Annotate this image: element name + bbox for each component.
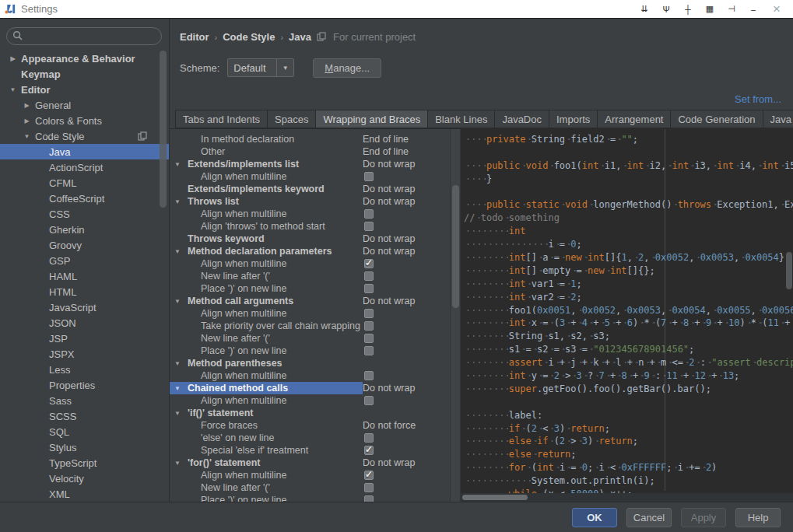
- tab-javadoc[interactable]: JavaDoc: [494, 110, 549, 128]
- checkbox-unchecked[interactable]: ✓: [364, 271, 374, 281]
- sidebar-item-less[interactable]: Less: [0, 362, 169, 377]
- checkbox-checked[interactable]: ✓: [364, 471, 374, 480]
- settings-row-align-when-multiline[interactable]: Align when multiline✓: [170, 469, 450, 481]
- sidebar-item-code-style[interactable]: ▼Code Style: [0, 128, 169, 144]
- settings-row-value[interactable]: Do not wrap: [363, 184, 415, 194]
- chevron-down-icon[interactable]: ▼: [276, 59, 293, 76]
- sidebar-item-colors-fonts[interactable]: ▶Colors & Fonts: [0, 113, 169, 128]
- sidebar-item-editor[interactable]: ▼Editor: [0, 82, 169, 97]
- sidebar-item-java[interactable]: Java: [0, 144, 169, 159]
- settings-row-new-line-after[interactable]: New line after '('✓: [170, 481, 450, 494]
- checkbox-unchecked[interactable]: ✓: [364, 172, 374, 181]
- sidebar-item-sql[interactable]: SQL: [0, 424, 169, 439]
- sidebar-item-properties[interactable]: Properties: [0, 377, 169, 393]
- sidebar-item-keymap[interactable]: Keymap: [0, 66, 169, 82]
- tab-tabs-and-indents[interactable]: Tabs and Indents: [175, 110, 268, 128]
- search-input[interactable]: [6, 27, 162, 45]
- settings-row-place-on-new-line[interactable]: Place ')' on new line✓: [170, 494, 450, 502]
- preview-hscrollbar-thumb[interactable]: [462, 495, 528, 500]
- checkbox-checked[interactable]: ✓: [364, 259, 374, 268]
- tab-blank-lines[interactable]: Blank Lines: [427, 110, 495, 128]
- settings-row-value[interactable]: Do not wrap: [363, 383, 415, 394]
- checkbox-unchecked[interactable]: ✓: [364, 321, 374, 331]
- sidebar-item-haml[interactable]: HAML: [0, 268, 169, 284]
- settings-row-value[interactable]: End of line: [363, 134, 409, 145]
- set-from-link[interactable]: Set from...: [735, 93, 781, 105]
- sidebar-item-stylus[interactable]: Stylus: [0, 439, 169, 455]
- sidebar-item-cfml[interactable]: CFML: [0, 175, 169, 191]
- tree-collapsed-icon[interactable]: ▶: [8, 55, 18, 62]
- settings-row-value[interactable]: Do not wrap: [363, 246, 415, 257]
- tree-expanded-icon[interactable]: ▼: [174, 385, 181, 392]
- tab-code-generation[interactable]: Code Generation: [670, 110, 763, 128]
- settings-row-align-when-multiline[interactable]: Align when multiline✓: [170, 394, 450, 407]
- checkbox-unchecked[interactable]: ✓: [364, 334, 374, 343]
- settings-row-align-when-multiline[interactable]: Align when multiline✓: [170, 170, 450, 183]
- settings-row-place-on-new-line[interactable]: Place ')' on new line✓: [170, 345, 450, 357]
- sidebar-item-json[interactable]: JSON: [0, 315, 169, 331]
- checkbox-unchecked[interactable]: ✓: [364, 495, 374, 502]
- settings-row-throws-list[interactable]: ▼Throws listDo not wrap: [170, 195, 450, 208]
- close-icon[interactable]: ×: [765, 2, 788, 16]
- preview-vscrollbar-thumb[interactable]: [786, 252, 792, 289]
- tree-expanded-icon[interactable]: ▼: [174, 161, 181, 168]
- settings-scrollbar-thumb[interactable]: [452, 185, 459, 308]
- sidebar-item-velocity[interactable]: Velocity: [0, 471, 169, 486]
- pin-icon[interactable]: ⊣: [721, 2, 742, 16]
- preview-hscrollbar-track[interactable]: [461, 493, 793, 502]
- settings-scrollbar-track[interactable]: [450, 129, 461, 502]
- sidebar-item-javascript[interactable]: JavaScript: [0, 299, 169, 315]
- settings-row-chained-method-calls[interactable]: ▼Chained method callsDo not wrap: [170, 382, 450, 394]
- sidebar-item-css[interactable]: CSS: [0, 206, 169, 222]
- sidebar-item-typescript[interactable]: TypeScript: [0, 455, 169, 471]
- settings-row-value[interactable]: Do not wrap: [363, 159, 415, 170]
- scheme-dropdown[interactable]: Default ▼: [227, 58, 294, 77]
- help-button[interactable]: Help: [735, 508, 781, 527]
- copy-settings-icon[interactable]: [138, 131, 147, 143]
- settings-row-place-on-new-line[interactable]: Place ')' on new line✓: [170, 282, 450, 295]
- checkbox-unchecked[interactable]: ✓: [364, 396, 374, 405]
- settings-row-extends-implements-list[interactable]: ▼Extends/implements listDo not wrap: [170, 158, 450, 170]
- sidebar-item-html[interactable]: HTML: [0, 284, 169, 299]
- checkbox-unchecked[interactable]: ✓: [364, 433, 374, 443]
- tree-expanded-icon[interactable]: ▼: [174, 410, 181, 417]
- checkbox-checked[interactable]: ✓: [364, 446, 374, 455]
- settings-row-align-when-multiline[interactable]: Align when multiline✓: [170, 208, 450, 220]
- cancel-button[interactable]: Cancel: [626, 508, 672, 527]
- sidebar-item-gsp[interactable]: GSP: [0, 253, 169, 268]
- settings-row-value[interactable]: Do not wrap: [363, 296, 415, 306]
- settings-row-in-method-declaration[interactable]: In method declarationEnd of line: [170, 133, 450, 145]
- tree-expanded-icon[interactable]: ▼: [8, 86, 18, 93]
- settings-row-method-declaration-parameters[interactable]: ▼Method declaration parametersDo not wra…: [170, 245, 450, 257]
- settings-row-else-on-new-line[interactable]: 'else' on new line✓: [170, 432, 450, 444]
- sidebar-scrollbar[interactable]: [160, 51, 167, 208]
- settings-row-align-throws-to-method-start[interactable]: Align 'throws' to method start✓: [170, 220, 450, 233]
- settings-row-for-statement[interactable]: ▼'for()' statementDo not wrap: [170, 457, 450, 469]
- sidebar-item-xml[interactable]: XML: [0, 486, 169, 502]
- settings-row-value[interactable]: Do not force: [363, 420, 416, 431]
- settings-row-extends-implements-keyword[interactable]: Extends/implements keywordDo not wrap: [170, 183, 450, 195]
- checkbox-unchecked[interactable]: ✓: [364, 483, 374, 492]
- tab-wrapping-and-braces[interactable]: Wrapping and Braces: [315, 110, 428, 128]
- tree-expanded-icon[interactable]: ▼: [174, 298, 181, 305]
- tab-spaces[interactable]: Spaces: [267, 110, 316, 128]
- tree-expanded-icon[interactable]: ▼: [174, 460, 181, 467]
- breadcrumb-java[interactable]: Java: [289, 31, 311, 43]
- settings-row-method-parentheses[interactable]: ▼Method parentheses: [170, 357, 450, 369]
- checkbox-unchecked[interactable]: ✓: [364, 346, 374, 355]
- sidebar-item-sass[interactable]: Sass: [0, 393, 169, 408]
- sidebar-item-actionscript[interactable]: ActionScript: [0, 159, 169, 175]
- tab-arrangement[interactable]: Arrangement: [597, 110, 671, 128]
- tree-collapsed-icon[interactable]: ▶: [22, 102, 32, 109]
- tab-imports[interactable]: Imports: [549, 110, 598, 128]
- minimize-icon[interactable]: ‒: [743, 2, 763, 16]
- checkbox-unchecked[interactable]: ✓: [364, 209, 374, 219]
- settings-row-special-else-if-treatment[interactable]: Special 'else if' treatment✓: [170, 444, 450, 457]
- sidebar-item-general[interactable]: ▶General: [0, 97, 169, 113]
- checkbox-unchecked[interactable]: ✓: [364, 371, 374, 380]
- tools-icon[interactable]: Ψ: [656, 2, 676, 16]
- tree-expanded-icon[interactable]: ▼: [22, 133, 32, 140]
- tree-expanded-icon[interactable]: ▼: [174, 248, 181, 255]
- screenshot-icon[interactable]: ▦: [700, 2, 720, 16]
- sidebar-item-scss[interactable]: SCSS: [0, 408, 169, 424]
